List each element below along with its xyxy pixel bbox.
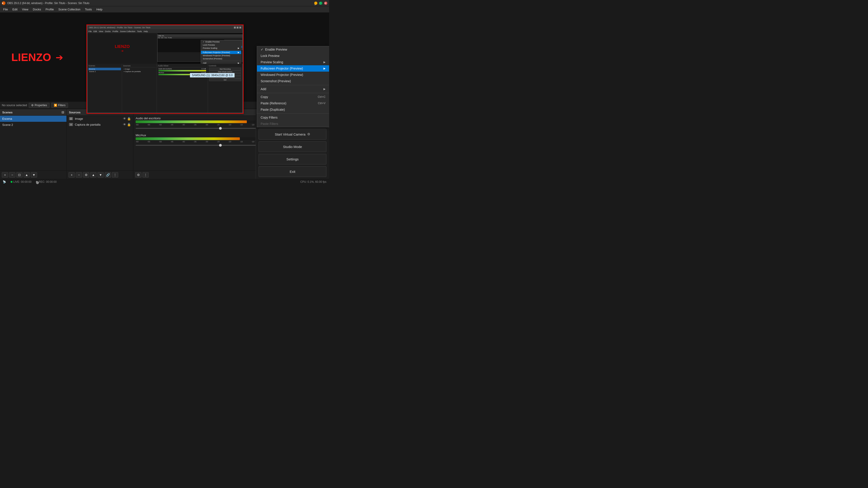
inner-ctx-fullscreen: Fullscreen Projector (Preview) ▶ xyxy=(201,51,241,54)
ctx-screenshot-preview[interactable]: Screenshot (Preview) xyxy=(257,78,329,84)
ctx-enable-preview-label: Enable Preview xyxy=(265,48,287,51)
no-source-label: No source selected xyxy=(2,103,27,107)
source-visibility-icon[interactable]: 👁 xyxy=(123,117,126,121)
close-button[interactable]: ✕ xyxy=(324,2,327,5)
source-image-label: Image xyxy=(75,117,83,121)
inner-sources-panel: Sources ▪ Image ▪ Captura de pantalla xyxy=(122,64,157,113)
inner-ctx-enable-preview: Enable Preview xyxy=(201,40,241,43)
rec-label: REC: xyxy=(39,180,45,184)
source-lock-icon[interactable]: 🔒 xyxy=(127,117,131,121)
title-bar: ● OBS 29.0.2 (64-bit, windows) - Profile… xyxy=(0,0,329,6)
audio-track-1-header: Audio del escritorio 0.0 dB xyxy=(135,117,275,120)
filters-button[interactable]: 🔽 Filters xyxy=(51,103,68,108)
audio-track-2-slider[interactable] xyxy=(135,145,264,146)
source-captura-visibility-icon[interactable]: 👁 xyxy=(123,123,126,126)
menu-profile[interactable]: Profile xyxy=(43,7,56,12)
source-image[interactable]: 🖼 Image 👁 🔒 xyxy=(67,116,133,122)
menu-tools[interactable]: Tools xyxy=(83,7,94,12)
audio-track-2-volume-fill xyxy=(135,137,240,140)
ctx-paste-duplicate[interactable]: Paste (Duplicate) xyxy=(257,106,329,113)
ctx-paste-reference[interactable]: Paste (Reference) Ctrl+V xyxy=(257,100,329,106)
source-captura[interactable]: 🖥 Captura de pantalla 👁 🔒 xyxy=(67,122,133,127)
rec-icon: ⬤ xyxy=(36,181,38,183)
ctx-lock-preview[interactable]: Lock Preview xyxy=(257,53,329,59)
scene-2-label: Scene 2 xyxy=(2,123,13,127)
move-up-source-button[interactable]: ▲ xyxy=(90,172,96,177)
ctx-paste-filters-label: Paste Filters xyxy=(260,122,278,126)
move-down-scene-button[interactable]: ▼ xyxy=(31,172,37,177)
move-down-source-button[interactable]: ▼ xyxy=(97,172,104,177)
ctx-separator-1 xyxy=(257,85,329,85)
ctx-copy[interactable]: Copy Ctrl+C xyxy=(257,94,329,100)
source-link-button[interactable]: 🔗 xyxy=(105,172,111,177)
network-status: 📡 xyxy=(3,180,6,184)
source-captura-lock-icon[interactable]: 🔒 xyxy=(127,123,131,126)
scene-item-escena[interactable]: Escena xyxy=(0,116,66,122)
audio-track-2-thumb[interactable] xyxy=(219,144,222,147)
scene-item-2[interactable]: Scene 2 xyxy=(0,122,66,128)
properties-label: Properties xyxy=(35,104,47,107)
studio-mode-button[interactable]: Studio Mode xyxy=(258,141,327,152)
settings-button[interactable]: Settings xyxy=(258,154,327,164)
source-image-controls: 👁 🔒 xyxy=(123,117,131,121)
menu-file[interactable]: File xyxy=(1,7,10,12)
remove-source-button[interactable]: − xyxy=(76,172,82,177)
ctx-enable-preview[interactable]: Enable Preview xyxy=(257,46,329,53)
inner-ctx-windowed: Windowed Projector (Preview) xyxy=(201,54,241,57)
audio-track-1: Audio del escritorio 0.0 dB -60-55-50-45… xyxy=(133,116,277,133)
right-context-menu[interactable]: Enable Preview Lock Preview Preview Scal… xyxy=(257,46,329,127)
menu-scene-collection[interactable]: Scene Collection xyxy=(56,7,83,12)
audio-track-1-labels: -60-55-50-45-40-35-30-25-20-15-10-50 xyxy=(135,124,275,126)
ctx-preview-scaling[interactable]: Preview Scaling ▶ xyxy=(257,59,329,65)
source-more-button[interactable]: ⋮ xyxy=(112,172,118,177)
remove-scene-button[interactable]: − xyxy=(9,172,16,177)
menu-help[interactable]: Help xyxy=(94,7,105,12)
ctx-windowed-projector[interactable]: Windowed Projector (Preview) xyxy=(257,72,329,78)
add-arrow: ▶ xyxy=(323,88,326,91)
ctx-screenshot-label: Screenshot (Preview) xyxy=(260,79,291,83)
lienzo-arrow: ➔ xyxy=(56,52,63,62)
add-source-button[interactable]: + xyxy=(68,172,75,177)
monitor-icon: 🖥 xyxy=(69,123,73,126)
inner-scenes-panel: Scenes Escena Scene 2 xyxy=(88,64,122,113)
ctx-add[interactable]: Add ▶ xyxy=(257,86,329,92)
audio-track-2-header: Mic/Aux 0.0 dB xyxy=(135,133,275,137)
ctx-paste-filters: Paste Filters xyxy=(257,121,329,127)
window-controls[interactable]: _ □ ✕ xyxy=(314,2,327,5)
audio-settings-button[interactable]: ⚙ xyxy=(135,172,142,177)
audio-more-button[interactable]: ⋮ xyxy=(143,172,149,177)
ctx-lock-preview-label: Lock Preview xyxy=(260,54,279,58)
start-virtual-camera-button[interactable]: Start Virtual Camera ⚙ xyxy=(258,129,327,140)
audio-track-2-volume-bar xyxy=(135,137,275,140)
scene-escena-label: Escena xyxy=(2,117,12,121)
scene-filter-button[interactable]: ⊡ xyxy=(16,172,23,177)
sources-controls: + − ⚙ ▲ ▼ 🔗 ⋮ xyxy=(67,170,133,179)
ctx-copy-shortcut: Ctrl+C xyxy=(318,95,326,98)
ctx-paste-dup-label: Paste (Duplicate) xyxy=(260,108,285,111)
menu-edit[interactable]: Edit xyxy=(10,7,20,12)
properties-button[interactable]: ⚙ Properties xyxy=(29,103,50,108)
ctx-copy-filters[interactable]: Copy Filters xyxy=(257,114,329,121)
source-settings-button[interactable]: ⚙ xyxy=(83,172,89,177)
maximize-button[interactable]: □ xyxy=(319,2,322,5)
audio-track-2-labels: -60-55-50-45-40-35-30-25-20-15-10-50 xyxy=(135,140,275,143)
scenes-panel-icon[interactable]: ⊟ xyxy=(61,110,64,114)
ctx-preview-scaling-label: Preview Scaling xyxy=(260,60,283,64)
audio-track-1-slider[interactable] xyxy=(135,128,264,129)
live-status: LIVE: 00:00:00 xyxy=(11,180,31,184)
audio-track-1-thumb[interactable] xyxy=(219,127,222,130)
network-icon: 📡 xyxy=(3,180,6,184)
ctx-fullscreen-projector[interactable]: Fullscreen Projector (Preview) ▶ xyxy=(257,65,329,72)
add-scene-button[interactable]: + xyxy=(2,172,8,177)
live-time: 00:00:00 xyxy=(21,180,31,184)
live-label: LIVE: xyxy=(13,180,20,184)
minimize-button[interactable]: _ xyxy=(314,2,317,5)
move-up-scene-button[interactable]: ▲ xyxy=(24,172,30,177)
preview-area: LIENZO ➔ OBS 29.0.2 (64-bit, windows) - … xyxy=(0,13,329,102)
menu-docks[interactable]: Docks xyxy=(31,7,43,12)
virtual-camera-gear-icon: ⚙ xyxy=(307,132,310,136)
inner-preview-area: LIENZO ➔ OBS 29... FileEditViewProfile ✓… xyxy=(88,33,243,64)
exit-button[interactable]: Exit xyxy=(258,166,327,177)
menu-view[interactable]: View xyxy=(20,7,31,12)
fullscreen-arrow: ▶ xyxy=(323,67,326,70)
